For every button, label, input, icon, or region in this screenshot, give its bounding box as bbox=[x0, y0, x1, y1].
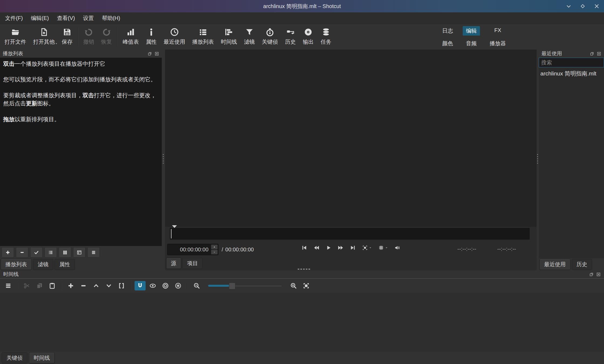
timeline-zoom-slider-handle[interactable] bbox=[229, 283, 235, 289]
layout-fx[interactable]: FX bbox=[486, 26, 509, 36]
view-details-button[interactable] bbox=[44, 247, 57, 258]
keyframes-button[interactable]: 关键侦 bbox=[258, 27, 282, 47]
timecode-spinbox[interactable]: 00:00:00:00 bbox=[167, 244, 218, 255]
tab-filters[interactable]: 滤镜 bbox=[33, 259, 53, 270]
tab-recent[interactable]: 最近使用 bbox=[539, 259, 571, 270]
zoom-fit-button[interactable] bbox=[361, 244, 373, 252]
recent-button[interactable]: 最近使用 bbox=[160, 27, 189, 47]
recent-list: archlinux 简明指南.mlt bbox=[539, 67, 604, 258]
lift-button[interactable] bbox=[91, 281, 102, 290]
timecode-separator: / bbox=[222, 247, 223, 253]
skip-to-start-button[interactable] bbox=[300, 244, 309, 252]
playlist-update-button[interactable] bbox=[30, 247, 43, 258]
zoom-fit-timeline-button[interactable] bbox=[301, 281, 312, 290]
jobs-button[interactable]: 任务 bbox=[317, 27, 335, 47]
toolbar-separator bbox=[117, 27, 118, 47]
left-splitter-handle[interactable] bbox=[162, 154, 164, 164]
scrub-eye-button[interactable] bbox=[147, 281, 158, 290]
history-icon bbox=[286, 28, 295, 36]
tab-timeline[interactable]: 时间线 bbox=[29, 352, 55, 363]
tab-source[interactable]: 源 bbox=[166, 258, 181, 269]
ripple-delete-button[interactable] bbox=[78, 281, 89, 290]
copy-button[interactable] bbox=[34, 281, 45, 290]
minimize-button[interactable] bbox=[566, 3, 572, 9]
timeline-zoom-slider[interactable] bbox=[208, 282, 282, 289]
ripple-button[interactable] bbox=[160, 281, 171, 290]
open-other-button[interactable]: 打开其他 bbox=[30, 27, 58, 47]
left-dock-tabs: 播放列表 滤镜 属性 bbox=[0, 258, 162, 270]
save-button[interactable]: 保存 bbox=[58, 27, 76, 47]
history-button[interactable]: 历史 bbox=[282, 27, 299, 47]
float-panel-icon[interactable] bbox=[589, 272, 594, 277]
close-panel-icon[interactable] bbox=[596, 272, 601, 277]
filters-button[interactable]: 滤镜 bbox=[241, 27, 258, 47]
timecode-group: 00:00:00:00 / 00:00:00:00 bbox=[167, 244, 254, 255]
spin-up-button[interactable] bbox=[211, 245, 218, 249]
recent-search-input[interactable] bbox=[539, 58, 604, 67]
current-timecode: 00:00:00:00 bbox=[180, 247, 210, 253]
view-icons-button[interactable] bbox=[59, 247, 71, 258]
overwrite-button[interactable] bbox=[103, 281, 114, 290]
paste-button[interactable] bbox=[47, 281, 58, 290]
playlist-icon bbox=[199, 28, 207, 36]
horizontal-splitter-handle[interactable] bbox=[298, 269, 310, 270]
timeline-button[interactable]: 时间线 bbox=[217, 27, 241, 47]
ripple-all-tracks-button[interactable] bbox=[173, 281, 184, 290]
snap-magnet-button[interactable] bbox=[135, 281, 146, 290]
spin-down-button[interactable] bbox=[211, 250, 218, 254]
float-panel-icon[interactable] bbox=[147, 51, 152, 56]
peak-meter-button[interactable]: 峰值表 bbox=[119, 27, 142, 47]
timeline-menu-button[interactable] bbox=[3, 281, 14, 290]
zoom-in-button[interactable] bbox=[288, 281, 299, 290]
clock-icon bbox=[170, 28, 179, 36]
playhead-marker[interactable] bbox=[172, 225, 177, 228]
layout-audio[interactable]: 音频 bbox=[463, 39, 480, 48]
redo-button[interactable]: 恢复 bbox=[98, 27, 115, 47]
playlist-button[interactable]: 播放列表 bbox=[189, 27, 217, 47]
close-panel-icon[interactable] bbox=[155, 51, 159, 56]
menu-help[interactable]: 帮助(H) bbox=[98, 13, 124, 23]
tab-playlist[interactable]: 播放列表 bbox=[1, 259, 32, 270]
rewind-button[interactable] bbox=[312, 244, 321, 252]
skip-to-end-button[interactable] bbox=[348, 244, 357, 252]
layout-logging[interactable]: 日志 bbox=[439, 26, 456, 36]
close-button[interactable] bbox=[594, 3, 600, 9]
menu-edit[interactable]: 编辑(E) bbox=[27, 13, 53, 23]
tab-project[interactable]: 项目 bbox=[182, 258, 203, 269]
list-item[interactable]: archlinux 简明指南.mlt bbox=[539, 68, 604, 79]
aux-timecode-left: --:--:--:-- bbox=[457, 246, 476, 252]
close-panel-icon[interactable] bbox=[597, 51, 601, 56]
playlist-add-button[interactable] bbox=[2, 247, 14, 258]
menu-settings[interactable]: 设置 bbox=[79, 13, 98, 23]
seek-bar[interactable] bbox=[170, 228, 530, 240]
layout-player[interactable]: 播放器 bbox=[486, 39, 509, 48]
play-button[interactable] bbox=[324, 244, 333, 252]
append-button[interactable] bbox=[65, 281, 76, 290]
tab-keyframes[interactable]: 关键侦 bbox=[2, 352, 28, 363]
tab-history[interactable]: 历史 bbox=[572, 259, 592, 270]
zoom-out-button[interactable] bbox=[191, 281, 202, 290]
maximize-button[interactable] bbox=[580, 3, 586, 9]
view-tiles-button[interactable] bbox=[73, 247, 85, 258]
undo-button[interactable]: 撤销 bbox=[80, 27, 98, 47]
layout-color[interactable]: 颜色 bbox=[439, 39, 456, 48]
playlist-remove-button[interactable] bbox=[16, 247, 28, 258]
right-splitter-handle[interactable] bbox=[536, 154, 538, 164]
float-panel-icon[interactable] bbox=[590, 51, 594, 56]
cut-button[interactable] bbox=[21, 281, 32, 290]
layout-editing[interactable]: 编辑 bbox=[463, 26, 480, 36]
properties-button[interactable]: 属性 bbox=[142, 27, 160, 47]
split-button[interactable] bbox=[116, 281, 127, 290]
menu-file[interactable]: 文件(F) bbox=[1, 13, 27, 23]
playlist-menu-button[interactable] bbox=[87, 247, 100, 258]
export-button[interactable]: 输出 bbox=[299, 27, 317, 47]
recent-panel-header: 最近使用 bbox=[539, 50, 604, 58]
fast-forward-button[interactable] bbox=[336, 244, 345, 252]
open-file-button[interactable]: 打开文件 bbox=[1, 27, 30, 47]
volume-button[interactable] bbox=[393, 244, 402, 252]
layout-switcher: 日志 编辑 FX 颜色 音频 播放器 bbox=[439, 26, 509, 48]
grid-button[interactable] bbox=[377, 244, 390, 252]
tab-properties[interactable]: 属性 bbox=[54, 259, 75, 270]
window-title: archlinux 简明指南.mlt – Shotcut bbox=[263, 3, 341, 10]
menu-view[interactable]: 查看(V) bbox=[53, 13, 79, 23]
